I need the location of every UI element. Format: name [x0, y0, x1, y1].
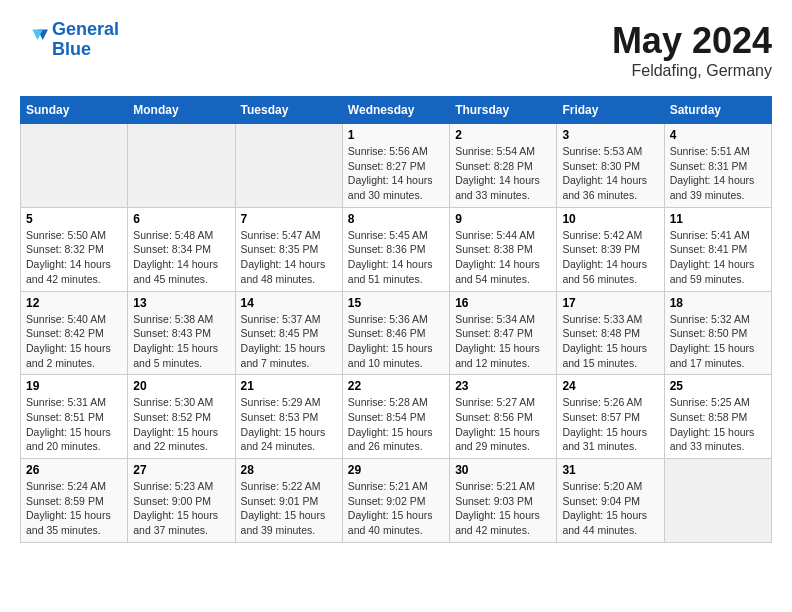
calendar-cell: 6Sunrise: 5:48 AM Sunset: 8:34 PM Daylig…	[128, 207, 235, 291]
calendar-cell: 28Sunrise: 5:22 AM Sunset: 9:01 PM Dayli…	[235, 459, 342, 543]
day-info: Sunrise: 5:44 AM Sunset: 8:38 PM Dayligh…	[455, 228, 551, 287]
calendar-cell: 14Sunrise: 5:37 AM Sunset: 8:45 PM Dayli…	[235, 291, 342, 375]
day-info: Sunrise: 5:26 AM Sunset: 8:57 PM Dayligh…	[562, 395, 658, 454]
day-number: 6	[133, 212, 229, 226]
day-number: 19	[26, 379, 122, 393]
day-info: Sunrise: 5:45 AM Sunset: 8:36 PM Dayligh…	[348, 228, 444, 287]
col-header-tuesday: Tuesday	[235, 97, 342, 124]
col-header-wednesday: Wednesday	[342, 97, 449, 124]
calendar-cell: 11Sunrise: 5:41 AM Sunset: 8:41 PM Dayli…	[664, 207, 771, 291]
logo-icon	[20, 26, 48, 54]
day-number: 24	[562, 379, 658, 393]
day-number: 14	[241, 296, 337, 310]
calendar-cell: 23Sunrise: 5:27 AM Sunset: 8:56 PM Dayli…	[450, 375, 557, 459]
day-info: Sunrise: 5:56 AM Sunset: 8:27 PM Dayligh…	[348, 144, 444, 203]
calendar-cell: 4Sunrise: 5:51 AM Sunset: 8:31 PM Daylig…	[664, 124, 771, 208]
day-number: 26	[26, 463, 122, 477]
calendar-cell	[664, 459, 771, 543]
day-info: Sunrise: 5:48 AM Sunset: 8:34 PM Dayligh…	[133, 228, 229, 287]
calendar-cell: 26Sunrise: 5:24 AM Sunset: 8:59 PM Dayli…	[21, 459, 128, 543]
day-number: 8	[348, 212, 444, 226]
col-header-friday: Friday	[557, 97, 664, 124]
day-number: 28	[241, 463, 337, 477]
day-number: 7	[241, 212, 337, 226]
day-number: 13	[133, 296, 229, 310]
day-info: Sunrise: 5:34 AM Sunset: 8:47 PM Dayligh…	[455, 312, 551, 371]
calendar-cell: 24Sunrise: 5:26 AM Sunset: 8:57 PM Dayli…	[557, 375, 664, 459]
day-number: 31	[562, 463, 658, 477]
calendar-cell: 1Sunrise: 5:56 AM Sunset: 8:27 PM Daylig…	[342, 124, 449, 208]
calendar-week-5: 26Sunrise: 5:24 AM Sunset: 8:59 PM Dayli…	[21, 459, 772, 543]
day-number: 21	[241, 379, 337, 393]
day-info: Sunrise: 5:20 AM Sunset: 9:04 PM Dayligh…	[562, 479, 658, 538]
day-info: Sunrise: 5:47 AM Sunset: 8:35 PM Dayligh…	[241, 228, 337, 287]
calendar-cell	[235, 124, 342, 208]
day-info: Sunrise: 5:41 AM Sunset: 8:41 PM Dayligh…	[670, 228, 766, 287]
calendar-cell: 20Sunrise: 5:30 AM Sunset: 8:52 PM Dayli…	[128, 375, 235, 459]
calendar-cell: 31Sunrise: 5:20 AM Sunset: 9:04 PM Dayli…	[557, 459, 664, 543]
day-info: Sunrise: 5:50 AM Sunset: 8:32 PM Dayligh…	[26, 228, 122, 287]
calendar-cell: 5Sunrise: 5:50 AM Sunset: 8:32 PM Daylig…	[21, 207, 128, 291]
day-number: 2	[455, 128, 551, 142]
day-info: Sunrise: 5:31 AM Sunset: 8:51 PM Dayligh…	[26, 395, 122, 454]
col-header-sunday: Sunday	[21, 97, 128, 124]
calendar-cell: 19Sunrise: 5:31 AM Sunset: 8:51 PM Dayli…	[21, 375, 128, 459]
day-info: Sunrise: 5:51 AM Sunset: 8:31 PM Dayligh…	[670, 144, 766, 203]
day-number: 5	[26, 212, 122, 226]
logo: General Blue	[20, 20, 119, 60]
calendar-cell: 2Sunrise: 5:54 AM Sunset: 8:28 PM Daylig…	[450, 124, 557, 208]
col-header-saturday: Saturday	[664, 97, 771, 124]
day-number: 29	[348, 463, 444, 477]
calendar-cell: 15Sunrise: 5:36 AM Sunset: 8:46 PM Dayli…	[342, 291, 449, 375]
calendar-cell: 8Sunrise: 5:45 AM Sunset: 8:36 PM Daylig…	[342, 207, 449, 291]
day-number: 22	[348, 379, 444, 393]
calendar-cell: 12Sunrise: 5:40 AM Sunset: 8:42 PM Dayli…	[21, 291, 128, 375]
day-info: Sunrise: 5:30 AM Sunset: 8:52 PM Dayligh…	[133, 395, 229, 454]
day-info: Sunrise: 5:24 AM Sunset: 8:59 PM Dayligh…	[26, 479, 122, 538]
page-header: General Blue May 2024 Feldafing, Germany	[20, 20, 772, 80]
day-info: Sunrise: 5:22 AM Sunset: 9:01 PM Dayligh…	[241, 479, 337, 538]
day-number: 18	[670, 296, 766, 310]
day-info: Sunrise: 5:25 AM Sunset: 8:58 PM Dayligh…	[670, 395, 766, 454]
calendar-cell	[128, 124, 235, 208]
col-header-monday: Monday	[128, 97, 235, 124]
calendar-week-2: 5Sunrise: 5:50 AM Sunset: 8:32 PM Daylig…	[21, 207, 772, 291]
day-info: Sunrise: 5:33 AM Sunset: 8:48 PM Dayligh…	[562, 312, 658, 371]
day-number: 12	[26, 296, 122, 310]
day-info: Sunrise: 5:37 AM Sunset: 8:45 PM Dayligh…	[241, 312, 337, 371]
col-header-thursday: Thursday	[450, 97, 557, 124]
day-number: 15	[348, 296, 444, 310]
calendar-table: SundayMondayTuesdayWednesdayThursdayFrid…	[20, 96, 772, 543]
day-info: Sunrise: 5:53 AM Sunset: 8:30 PM Dayligh…	[562, 144, 658, 203]
day-number: 20	[133, 379, 229, 393]
day-number: 25	[670, 379, 766, 393]
calendar-cell: 18Sunrise: 5:32 AM Sunset: 8:50 PM Dayli…	[664, 291, 771, 375]
day-number: 23	[455, 379, 551, 393]
day-info: Sunrise: 5:36 AM Sunset: 8:46 PM Dayligh…	[348, 312, 444, 371]
day-info: Sunrise: 5:21 AM Sunset: 9:03 PM Dayligh…	[455, 479, 551, 538]
day-number: 16	[455, 296, 551, 310]
day-info: Sunrise: 5:32 AM Sunset: 8:50 PM Dayligh…	[670, 312, 766, 371]
day-number: 9	[455, 212, 551, 226]
calendar-cell: 7Sunrise: 5:47 AM Sunset: 8:35 PM Daylig…	[235, 207, 342, 291]
day-info: Sunrise: 5:54 AM Sunset: 8:28 PM Dayligh…	[455, 144, 551, 203]
calendar-cell: 21Sunrise: 5:29 AM Sunset: 8:53 PM Dayli…	[235, 375, 342, 459]
calendar-cell: 27Sunrise: 5:23 AM Sunset: 9:00 PM Dayli…	[128, 459, 235, 543]
calendar-cell: 17Sunrise: 5:33 AM Sunset: 8:48 PM Dayli…	[557, 291, 664, 375]
calendar-cell: 29Sunrise: 5:21 AM Sunset: 9:02 PM Dayli…	[342, 459, 449, 543]
day-number: 3	[562, 128, 658, 142]
calendar-cell: 10Sunrise: 5:42 AM Sunset: 8:39 PM Dayli…	[557, 207, 664, 291]
title-block: May 2024 Feldafing, Germany	[612, 20, 772, 80]
calendar-cell: 30Sunrise: 5:21 AM Sunset: 9:03 PM Dayli…	[450, 459, 557, 543]
location-subtitle: Feldafing, Germany	[612, 62, 772, 80]
day-number: 30	[455, 463, 551, 477]
calendar-cell: 9Sunrise: 5:44 AM Sunset: 8:38 PM Daylig…	[450, 207, 557, 291]
calendar-cell: 13Sunrise: 5:38 AM Sunset: 8:43 PM Dayli…	[128, 291, 235, 375]
day-info: Sunrise: 5:29 AM Sunset: 8:53 PM Dayligh…	[241, 395, 337, 454]
calendar-cell: 25Sunrise: 5:25 AM Sunset: 8:58 PM Dayli…	[664, 375, 771, 459]
calendar-header-row: SundayMondayTuesdayWednesdayThursdayFrid…	[21, 97, 772, 124]
day-info: Sunrise: 5:27 AM Sunset: 8:56 PM Dayligh…	[455, 395, 551, 454]
calendar-week-3: 12Sunrise: 5:40 AM Sunset: 8:42 PM Dayli…	[21, 291, 772, 375]
calendar-cell: 16Sunrise: 5:34 AM Sunset: 8:47 PM Dayli…	[450, 291, 557, 375]
day-info: Sunrise: 5:21 AM Sunset: 9:02 PM Dayligh…	[348, 479, 444, 538]
